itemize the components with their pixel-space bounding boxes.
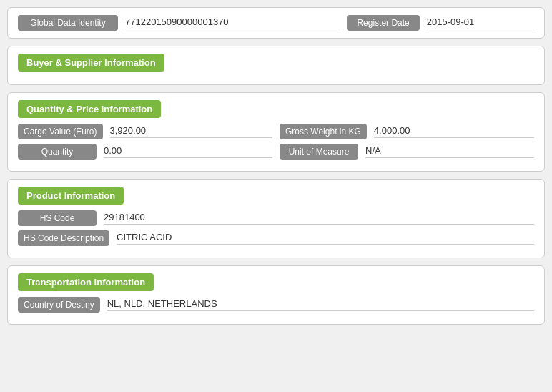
hs-code-value: 29181400 [104, 212, 534, 225]
gross-weight-value: 4,000.00 [374, 125, 534, 138]
cargo-value-label: Cargo Value (Euro) [18, 124, 103, 139]
uom-value: N/A [365, 145, 534, 158]
quantity-price-header: Quantity & Price Information [18, 100, 161, 118]
cargo-value-group: Cargo Value (Euro) 3,920.00 [18, 124, 272, 139]
buyer-supplier-header: Buyer & Supplier Information [18, 54, 164, 72]
country-destiny-row: Country of Destiny NL, NLD, NETHERLANDS [18, 297, 534, 313]
hs-desc-value: CITRIC ACID [117, 232, 534, 245]
uom-label: Unit of Measure [280, 144, 358, 160]
product-header: Product Information [18, 187, 124, 205]
hs-desc-row: HS Code Description CITRIC ACID [18, 230, 534, 246]
register-date-label: Register Date [347, 15, 419, 31]
country-destiny-value: NL, NLD, NETHERLANDS [107, 298, 534, 311]
quantity-label: Quantity [18, 144, 97, 160]
quantity-value: 0.00 [104, 145, 272, 158]
gross-weight-group: Gross Weight in KG 4,000.00 [280, 124, 534, 139]
uom-group: Unit of Measure N/A [280, 144, 534, 160]
global-data-card: Global Data Identity 7712201509000000137… [7, 7, 545, 39]
country-destiny-label: Country of Destiny [18, 297, 100, 313]
transportation-header: Transportation Information [18, 273, 154, 291]
hs-code-row: HS Code 29181400 [18, 210, 534, 226]
quantity-price-card: Quantity & Price Information Cargo Value… [7, 92, 545, 172]
transportation-card: Transportation Information Country of De… [7, 265, 545, 325]
quantity-uom-row: Quantity 0.00 Unit of Measure N/A [18, 144, 534, 160]
gross-weight-label: Gross Weight in KG [280, 124, 367, 139]
register-date-value: 2015-09-01 [427, 16, 534, 29]
global-data-label: Global Data Identity [18, 15, 118, 31]
quantity-group: Quantity 0.00 [18, 144, 272, 160]
hs-code-label: HS Code [18, 210, 97, 226]
buyer-supplier-card: Buyer & Supplier Information [7, 46, 545, 85]
global-data-value: 77122015090000001370 [125, 16, 340, 29]
product-card: Product Information HS Code 29181400 HS … [7, 179, 545, 258]
hs-desc-label: HS Code Description [18, 230, 109, 246]
cargo-gross-row: Cargo Value (Euro) 3,920.00 Gross Weight… [18, 124, 534, 139]
cargo-value-value: 3,920.00 [110, 125, 273, 138]
